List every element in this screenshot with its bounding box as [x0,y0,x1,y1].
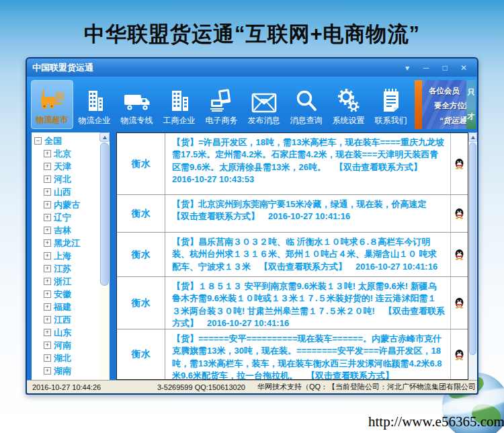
toolbar-label: 系统设置 [333,115,365,126]
scroll-up-icon[interactable] [99,132,110,142]
tree-item-label: 江西 [54,314,71,326]
scroll-up-icon[interactable] [468,132,477,142]
expand-icon[interactable]: + [44,367,51,375]
tree-item-label: 安徽 [54,288,71,301]
qq-penguin-icon[interactable] [454,349,464,360]
tree-item-label: 全国 [44,135,62,147]
toolbar-item-logistics-line[interactable]: 物流专线 [116,80,158,129]
minimize-icon[interactable]: ─ [418,62,434,74]
expand-icon[interactable]: + [44,278,51,285]
toolbar-label: 消息查询 [290,115,323,126]
expand-icon[interactable]: + [44,150,51,157]
expand-icon[interactable]: + [44,252,51,260]
qq-penguin-icon[interactable] [454,249,464,260]
message-text[interactable]: 【货】======安平==========现在装车======。内蒙古赤峰市克什… [165,329,451,379]
tree-item[interactable]: +河北 [34,173,99,186]
qq-cell[interactable] [451,277,468,329]
toolbar-item-logistics-company[interactable]: 物流企业 [73,80,116,129]
tree-item[interactable]: +北京 [34,147,99,160]
expand-icon[interactable]: + [44,303,51,311]
window-titlebar[interactable]: 中国联盟货运通 ▾ ─ □ ✕ [27,58,477,77]
toolbar-item-system-settings[interactable]: 系统设置 [327,80,370,129]
tree-item-label: 吉林 [54,225,71,237]
expand-icon[interactable]: + [44,265,51,272]
scrollbar-thumb[interactable] [469,143,476,355]
expand-icon[interactable]: + [44,175,51,183]
message-row[interactable]: 衡水 【货】１８５１３ 安平到南京需9.6米装１３吨! 太原需9.6米! 新疆乌… [117,277,468,329]
tree-item[interactable]: +辽宁 [34,211,99,224]
expand-icon[interactable]: + [44,239,51,247]
tree-item[interactable]: +湖北 [34,352,99,364]
tree-item-label: 河北 [54,173,71,186]
expand-icon[interactable]: + [44,201,51,208]
message-text[interactable]: 【货】昌乐莒南３０３２吨、临 沂衡水１０吨求６.８高栏车今订明装、杭州台州求１３… [165,233,451,276]
tree-item[interactable]: +山西 [34,186,99,198]
tree-item[interactable]: +黑龙江 [34,237,99,249]
collapse-icon[interactable]: − [34,137,42,145]
toolbar-item-business-company[interactable]: 工商企业 [158,80,200,129]
message-text[interactable]: 【货】北京滨州到东莞南宁要15米冷藏，绿通，现在装，价高速定 【双击查看联系方式… [165,195,451,232]
menu-icon[interactable]: ▾ [399,62,415,74]
tree-item[interactable]: +河南 [34,339,99,352]
region-cell: 衡水 [117,277,165,329]
tree-item[interactable]: +福建 [34,301,99,313]
tree-scrollbar[interactable] [99,132,110,380]
tree-item[interactable]: +江苏 [34,262,99,275]
tree-item[interactable]: +上海 [34,249,99,262]
buildings-icon [167,85,192,113]
tree-item[interactable]: +天津 [34,160,99,173]
message-row[interactable]: 衡水 【货】======安平==========现在装车======。内蒙古赤峰… [117,329,468,379]
page-title: 中华联盟货运通“互联网+电商物流” [0,20,504,48]
website-url: http://www.e56365.com [368,414,504,430]
message-row[interactable]: 衡水 【货】北京滨州到东莞南宁要15米冷藏，绿通，现在装，价高速定 【双击查看联… [117,195,468,233]
qq-penguin-icon[interactable] [454,208,464,219]
message-text[interactable]: 【货】=许昌开发区，18吨，需13米高栏车，现在装车====重庆九龙坡需17.5… [165,133,451,194]
qq-cell[interactable] [451,329,468,379]
panel-divider [110,132,116,380]
qq-penguin-icon[interactable] [454,158,464,169]
qq-penguin-icon[interactable] [454,297,464,309]
toolbar-item-contact-us[interactable]: 联系我们 [370,80,412,129]
tree-item-label: 辽宁 [54,212,71,224]
expand-icon[interactable]: + [44,342,51,349]
tree-item-label: 江苏 [54,263,71,275]
expand-icon[interactable]: + [44,316,51,323]
toolbar-item-message-query[interactable]: 消息查询 [285,80,327,129]
expand-icon[interactable]: + [44,329,51,336]
tree-item[interactable]: +湖南 [34,364,99,377]
scrollbar-thumb[interactable] [100,143,109,286]
qq-cell[interactable] [451,233,468,276]
computer-icon [209,85,235,113]
toolbar-item-logistics-market[interactable]: 物流超市 [31,80,73,129]
tree-item[interactable]: +江西 [34,313,99,326]
tree-item-root[interactable]: − 全国 [34,134,99,147]
expand-icon[interactable]: + [44,214,51,221]
message-row[interactable]: 衡水 【货】=许昌开发区，18吨，需13米高栏车，现在装车====重庆九龙坡需1… [117,133,468,195]
qq-cell[interactable] [451,195,468,232]
message-row[interactable]: 衡水 【货】昌乐莒南３０３２吨、临 沂衡水１０吨求６.８高栏车今订明装、杭州台州… [117,233,468,277]
tree-item[interactable]: +山东 [34,326,99,339]
message-text[interactable]: 【货】１８５１３ 安平到南京需9.6米装１３吨! 太原需9.6米! 新疆乌鲁木齐… [165,277,451,329]
tree-item[interactable]: +吉林 [34,224,99,237]
close-icon[interactable]: ✕ [456,62,472,74]
expand-icon[interactable]: + [44,227,51,234]
tree-item[interactable]: +内蒙古 [34,198,99,211]
toolbar-label: 发布消息 [248,115,280,126]
region-tree: − 全国 +北京 +天津 +河北 +山西 +内蒙古 +辽宁 +吉林 +黑龙江 +… [32,132,99,380]
toolbar-label: 物流超市 [36,114,69,126]
message-list-scrollbar[interactable] [468,132,477,380]
status-support-company: 华网技术支持（QQ：【当前登陆公司：河北广怀物流集团有限公司 登陆人：杨广怀】 [257,382,477,392]
qq-cell[interactable] [451,133,468,194]
tree-item[interactable]: +安徽 [34,288,99,301]
expand-icon[interactable]: + [44,188,51,196]
expand-icon[interactable]: + [44,163,51,170]
region-cell: 衡水 [117,133,165,194]
member-notice-banner[interactable]: 各位会员 要全方位测试 “货运通” 功能! [422,80,466,129]
expand-icon[interactable]: + [44,354,51,362]
expand-icon[interactable]: + [44,290,51,298]
maximize-icon[interactable]: □ [437,62,453,74]
toolbar-item-ecommerce[interactable]: 电子商务 [200,80,243,129]
tree-item-label: 山东 [54,327,71,339]
toolbar-item-publish-message[interactable]: 发布消息 [243,80,285,129]
tree-item[interactable]: +浙江 [34,275,99,288]
